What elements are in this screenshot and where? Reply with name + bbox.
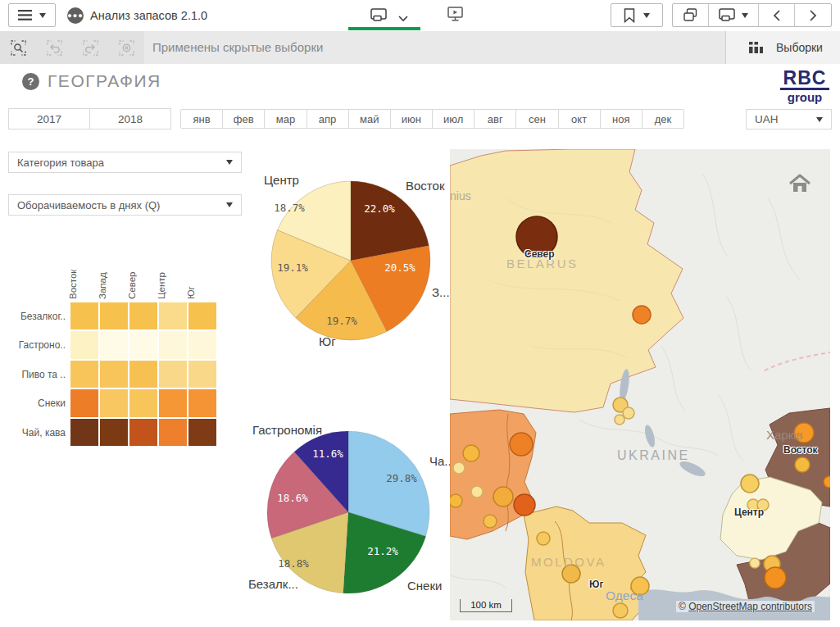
map-region-sever[interactable] (450, 149, 683, 412)
step-forward-button[interactable] (72, 31, 108, 64)
map-bubble-4[interactable] (623, 407, 634, 419)
sheet-view-chevron[interactable] (398, 11, 408, 25)
heatmap-cell-Безалког..-Север[interactable] (129, 302, 158, 330)
redo-icon (83, 40, 98, 56)
sheet-view-button[interactable] (370, 8, 387, 25)
chevron-down-icon (226, 202, 233, 207)
map-bubble-12[interactable] (510, 433, 533, 456)
map-bubble-18[interactable] (794, 423, 814, 443)
attribution-link[interactable]: OpenStreetMap contributors (688, 601, 812, 612)
help-button[interactable]: ? (22, 73, 39, 90)
pie-chart-categories[interactable] (266, 430, 430, 594)
month-button-5[interactable]: май (349, 109, 391, 129)
map-bubble-10[interactable] (514, 494, 535, 516)
heatmap-cell-Пиво та ..-Юг[interactable] (188, 360, 217, 388)
heatmap-cell-Чай, кава-Восток[interactable] (70, 418, 99, 447)
app-icon[interactable]: ●●● (67, 7, 84, 24)
hidden-selections-message: Применены скрытые выборки (152, 31, 323, 64)
map-bubble-15[interactable] (562, 565, 580, 583)
map-bubble-1[interactable] (516, 216, 557, 257)
month-button-12[interactable]: дек (642, 109, 684, 129)
map-bubble-2[interactable] (633, 306, 651, 324)
map-bubble-20[interactable] (824, 476, 830, 488)
map-bubble-5[interactable] (615, 415, 624, 425)
month-button-3[interactable]: мар (265, 109, 306, 129)
month-button-6[interactable]: июн (391, 109, 433, 129)
year-filter-2017[interactable]: 2017 (8, 108, 90, 129)
heatmap-cell-Пиво та ..-Восток[interactable] (70, 360, 99, 388)
map-bubble-11[interactable] (484, 515, 497, 528)
selections-tool-button[interactable]: Выборки (725, 31, 840, 64)
month-button-4[interactable]: апр (307, 109, 349, 129)
previous-sheet-button[interactable] (759, 4, 796, 26)
map-bubble-6[interactable] (463, 445, 479, 461)
step-back-button[interactable] (36, 31, 72, 64)
month-button-2[interactable]: фев (223, 109, 265, 129)
year-filter-2018[interactable]: 2018 (89, 108, 171, 129)
map-bubble-24[interactable] (750, 558, 760, 568)
heatmap-cell-Гастроно..-Центр[interactable] (158, 330, 188, 359)
category-dropdown[interactable]: Категория товара (8, 152, 242, 173)
search-selections-button[interactable] (0, 31, 36, 64)
month-button-10[interactable]: окт (559, 109, 601, 129)
map-bubble-26[interactable] (765, 567, 786, 588)
map-bubble-14[interactable] (537, 532, 550, 545)
current-sheet-button[interactable] (709, 4, 759, 26)
map-bubble-7[interactable] (453, 462, 465, 474)
sheets-overview-button[interactable] (673, 4, 709, 26)
heatmap-cell-Чай, кава-Центр[interactable] (158, 418, 188, 447)
clear-selections-button[interactable] (108, 31, 144, 64)
search-icon (11, 40, 26, 56)
geo-map[interactable]: nius BELARUS UKRAINE MOLDOVA Одеса Харкі… (450, 149, 830, 620)
month-button-9[interactable]: сен (516, 109, 558, 129)
map-home-button[interactable] (788, 172, 812, 197)
presentation-button[interactable] (447, 7, 464, 25)
heatmap-cell-Безалког..-Восток[interactable] (70, 302, 99, 330)
map-bubble-9[interactable] (493, 487, 513, 507)
month-button-1[interactable]: янв (180, 109, 223, 129)
map-bubble-21[interactable] (741, 475, 759, 493)
heatmap-cell-Гастроно..-Восток[interactable] (70, 330, 99, 359)
heatmap-cell-Чай, кава-Север[interactable] (129, 418, 158, 447)
heatmap-col-label-2: Запад (97, 250, 108, 299)
heatmap-cell-Снеки-Север[interactable] (129, 388, 158, 417)
map-bubble-23[interactable] (757, 499, 769, 511)
heatmap-col-label-4: Центр (156, 250, 167, 299)
chevron-left-icon (773, 10, 780, 21)
chevron-right-icon (810, 10, 817, 21)
month-button-7[interactable]: июл (433, 109, 474, 129)
heatmap-cell-Чай, кава-Запад[interactable] (99, 418, 129, 447)
map-bubble-16[interactable] (631, 577, 649, 595)
heatmap-cell-Пиво та ..-Центр[interactable] (158, 360, 188, 388)
month-button-8[interactable]: авг (474, 109, 516, 129)
selections-tool-label: Выборки (776, 41, 823, 54)
heatmap-cell-Снеки-Восток[interactable] (70, 388, 99, 417)
heatmap-cell-Снеки-Центр[interactable] (158, 388, 188, 417)
map-bubble-19[interactable] (795, 457, 810, 472)
heatmap-cell-Снеки-Юг[interactable] (188, 388, 217, 417)
turnover-dropdown[interactable]: Оборачиваемость в днях (Q) (8, 194, 242, 216)
map-region-yug[interactable] (524, 507, 646, 620)
heatmap-cell-Пиво та ..-Запад[interactable] (99, 360, 129, 388)
heatmap-cell-Снеки-Запад[interactable] (99, 388, 129, 417)
main-menu-button[interactable] (8, 3, 56, 27)
heatmap-cell-Безалког..-Центр[interactable] (158, 302, 188, 330)
chevron-down-icon (816, 117, 823, 122)
map-bubble-13[interactable] (450, 494, 462, 507)
heatmap-row-label-3: Пиво та .. (0, 369, 66, 380)
heatmap-cell-Безалког..-Юг[interactable] (188, 302, 217, 330)
map-bubble-17[interactable] (613, 603, 628, 618)
heatmap-cell-Пиво та ..-Север[interactable] (129, 360, 158, 388)
next-sheet-button[interactable] (795, 4, 831, 26)
heatmap-cell-Гастроно..-Юг[interactable] (188, 330, 217, 359)
currency-select[interactable]: UAH (746, 109, 832, 129)
heatmap-row-label-5: Чай, кава (0, 427, 66, 438)
heatmap-cell-Гастроно..-Север[interactable] (129, 330, 158, 359)
heatmap-cell-Безалког..-Запад[interactable] (99, 302, 129, 330)
bookmarks-button[interactable] (611, 3, 663, 27)
heatmap-cell-Чай, кава-Юг[interactable] (188, 418, 217, 447)
map-bubble-8[interactable] (471, 486, 483, 498)
heatmap-cell-Гастроно..-Запад[interactable] (99, 330, 129, 359)
month-button-11[interactable]: ноя (601, 109, 642, 129)
pie-chart-regions[interactable] (270, 180, 431, 341)
